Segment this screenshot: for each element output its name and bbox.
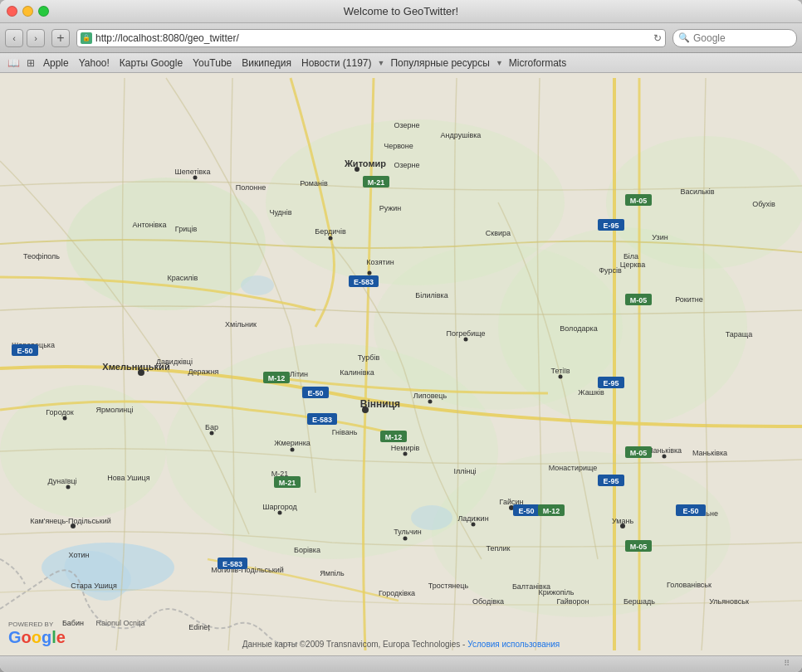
- toolbar: ‹ › + 🔒 ↻ 🔍: [0, 23, 802, 53]
- bookmark-popular[interactable]: Популярные ресурсы: [386, 56, 493, 71]
- svg-text:Полонне: Полонне: [236, 183, 267, 192]
- close-button[interactable]: [7, 6, 17, 17]
- favicon: 🔒: [81, 32, 92, 44]
- svg-text:Узин: Узин: [652, 233, 668, 241]
- bookmark-google-maps[interactable]: Карты Google: [115, 56, 187, 71]
- svg-text:Тростянець: Тростянець: [428, 582, 469, 590]
- svg-text:Турбів: Турбів: [358, 353, 380, 362]
- g-letter-2: g: [42, 628, 51, 646]
- e-letter: e: [56, 628, 66, 646]
- svg-text:Ямпіль: Ямпіль: [320, 569, 345, 577]
- svg-text:Дунаївці: Дунаївці: [47, 477, 76, 485]
- svg-text:E-583: E-583: [312, 416, 332, 424]
- search-input[interactable]: [693, 32, 785, 44]
- bookmark-wikipedia[interactable]: Википедия: [237, 56, 296, 71]
- svg-text:E-95: E-95: [603, 222, 619, 230]
- bookmark-youtube[interactable]: YouTube: [188, 56, 236, 71]
- svg-text:Edineț: Edineț: [188, 623, 210, 631]
- svg-point-20: [329, 236, 333, 241]
- svg-point-6: [0, 385, 166, 518]
- svg-text:Ободівка: Ободівка: [472, 597, 504, 606]
- svg-text:Городок: Городок: [46, 408, 73, 416]
- minimize-button[interactable]: [22, 6, 33, 17]
- search-bar[interactable]: 🔍: [672, 29, 797, 47]
- svg-text:Маньківка: Маньківка: [692, 449, 727, 457]
- svg-text:Теофіполь: Теофіполь: [23, 252, 60, 261]
- status-bar: ⠿: [0, 655, 802, 672]
- svg-text:E-50: E-50: [682, 507, 698, 515]
- attribution-link[interactable]: Условия использования: [467, 640, 560, 649]
- svg-point-24: [663, 455, 667, 459]
- svg-text:Ярмолинці: Ярмолинці: [96, 406, 134, 414]
- forward-button[interactable]: ›: [27, 29, 45, 47]
- url-bar[interactable]: 🔒 ↻: [76, 29, 666, 47]
- svg-text:Гайворон: Гайворон: [556, 597, 589, 606]
- svg-text:Червоне: Червоне: [384, 142, 413, 150]
- svg-text:Літин: Літин: [290, 370, 308, 378]
- bookmarks-icon[interactable]: 📖: [5, 57, 22, 69]
- resize-handle[interactable]: ⠿: [784, 659, 795, 670]
- svg-text:E-50: E-50: [17, 347, 32, 355]
- svg-text:Іллінці: Іллінці: [453, 467, 476, 475]
- svg-text:E-583: E-583: [354, 278, 374, 286]
- svg-text:Житомир: Житомир: [344, 158, 386, 168]
- svg-text:Маньківка: Маньківка: [647, 446, 682, 455]
- grid-icon[interactable]: ⊞: [24, 57, 37, 69]
- svg-text:M-12: M-12: [268, 374, 286, 382]
- refresh-button[interactable]: ↻: [653, 32, 662, 44]
- svg-text:M-12: M-12: [385, 433, 403, 441]
- svg-text:Теплик: Теплик: [486, 544, 510, 553]
- svg-text:Ладижин: Ладижин: [457, 514, 488, 523]
- svg-text:Немирів: Немирів: [391, 444, 420, 452]
- g-letter: G: [8, 628, 22, 646]
- svg-text:Обухів: Обухів: [752, 200, 775, 208]
- svg-text:Жмеринка: Жмеринка: [274, 439, 311, 447]
- svg-text:Гриців: Гриців: [175, 225, 198, 233]
- svg-text:Бар: Бар: [205, 423, 218, 431]
- google-logo: POWERED BY Google: [8, 621, 66, 645]
- svg-point-26: [278, 511, 282, 515]
- svg-text:M-21: M-21: [368, 178, 385, 187]
- bookmark-news[interactable]: Новости (1197): [297, 56, 375, 71]
- svg-text:E-583: E-583: [223, 560, 242, 568]
- svg-text:Романів: Романів: [300, 179, 328, 187]
- maximize-button[interactable]: [38, 6, 49, 17]
- window-title: Welcome to GeoTwitter!: [344, 5, 458, 17]
- dropdown-arrow-2: ▼: [496, 59, 503, 67]
- attribution-text: Данные карты ©2009 Transnavicom, Europa …: [242, 640, 467, 649]
- svg-text:M-05: M-05: [630, 449, 648, 457]
- svg-text:Деражня: Деражня: [188, 368, 219, 376]
- svg-text:Балтанівка: Балтанівка: [512, 582, 550, 591]
- svg-point-22: [472, 523, 476, 527]
- bookmark-popular-dropdown[interactable]: Популярные ресурсы ▼: [386, 56, 502, 71]
- new-tab-button[interactable]: +: [51, 29, 70, 47]
- svg-text:Білилівка: Білилівка: [415, 291, 447, 299]
- svg-text:Сквира: Сквира: [486, 229, 511, 237]
- svg-text:Андрушівка: Андрушівка: [441, 131, 482, 139]
- svg-text:Шаргород: Шаргород: [262, 503, 297, 511]
- bookmark-apple[interactable]: Apple: [39, 56, 73, 71]
- svg-text:E-95: E-95: [603, 379, 619, 387]
- svg-text:Давидківці: Давидківці: [156, 358, 193, 366]
- svg-text:Васильків: Васильків: [680, 187, 714, 196]
- svg-text:M-05: M-05: [630, 197, 648, 205]
- back-button[interactable]: ‹: [5, 29, 23, 47]
- svg-text:E-95: E-95: [603, 477, 619, 485]
- o-letter-1: o: [22, 628, 32, 646]
- svg-text:Ружин: Ружин: [379, 204, 402, 212]
- svg-point-31: [403, 537, 408, 541]
- svg-point-28: [403, 452, 408, 456]
- svg-text:Рокитне: Рокитне: [675, 295, 703, 304]
- bookmark-yahoo[interactable]: Yahoo!: [75, 56, 114, 71]
- map-area[interactable]: Житомир Хмельницький Вінниця Кам'янець-П…: [0, 73, 802, 655]
- bookmark-news-dropdown[interactable]: Новости (1197) ▼: [297, 56, 384, 71]
- search-icon: 🔍: [678, 32, 690, 43]
- svg-text:Хмільник: Хмільник: [225, 320, 257, 329]
- svg-text:Тетіїв: Тетіїв: [550, 367, 570, 375]
- svg-text:Антонівка: Антонівка: [133, 221, 167, 229]
- svg-text:Умань: Умань: [612, 517, 633, 525]
- bookmark-microformats[interactable]: Microformats: [505, 56, 570, 71]
- svg-point-10: [411, 505, 452, 530]
- url-input[interactable]: [95, 32, 653, 44]
- map-attribution: Данные карты ©2009 Transnavicom, Europa …: [242, 640, 560, 649]
